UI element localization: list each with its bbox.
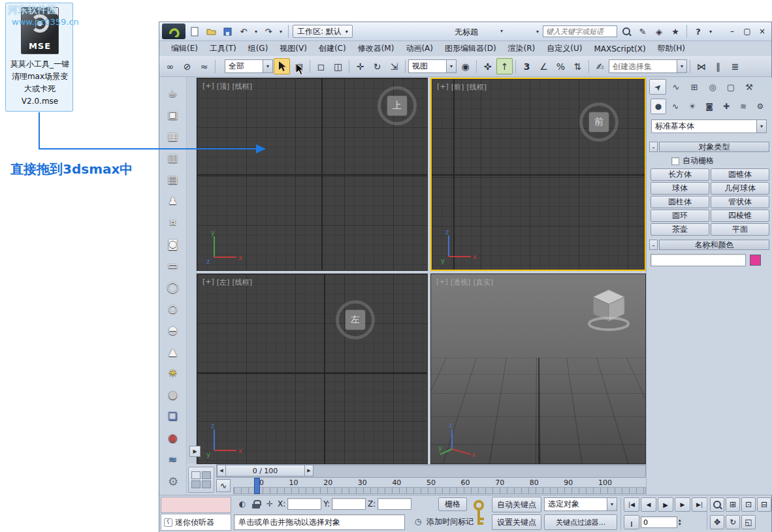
viewport-perspective[interactable]: [+] [透视] [真实] z x y [430, 274, 646, 464]
help-icon[interactable]: ? [691, 25, 705, 38]
open-file-icon[interactable] [204, 25, 218, 38]
box-stack-icon[interactable]: ❏ [165, 408, 181, 424]
subtab-geometry[interactable]: ● [651, 99, 666, 114]
z-coordinate-input[interactable] [378, 498, 411, 510]
viewport-menu-general[interactable]: [+] [202, 277, 214, 287]
viewport-menu-pov[interactable]: [左] [217, 277, 230, 287]
subtab-helpers[interactable]: ✚ [718, 99, 734, 114]
plane-button[interactable]: 平面 [711, 223, 769, 236]
isolate-toggle-icon[interactable]: ◐ [236, 498, 248, 510]
select-and-move-icon[interactable]: ✛ [352, 58, 368, 74]
circle-icon[interactable]: ○ [165, 300, 181, 316]
tab-modify[interactable]: ∿ [667, 79, 684, 95]
maximize-button[interactable]: ▢ [741, 26, 754, 37]
go-to-end-button[interactable]: ▶| [692, 497, 707, 512]
waves-icon[interactable]: ≈ [165, 451, 181, 467]
viewport-menu-pov[interactable]: [前] [451, 82, 464, 92]
undo-icon[interactable]: ↶ [236, 25, 251, 38]
next-frame-button[interactable]: ▶ [675, 497, 690, 512]
dome-icon[interactable]: ◓ [165, 322, 181, 337]
viewport-layout-tabs-button[interactable] [188, 467, 214, 493]
plane-icon[interactable]: ▭ [165, 257, 181, 273]
undo-dropdown-icon[interactable]: ▾ [253, 29, 259, 35]
cone-icon[interactable]: ▲ [165, 343, 181, 359]
previous-frame-arrow-icon[interactable]: ◀ [217, 465, 226, 477]
title-dropdown-icon[interactable]: ▾ [500, 28, 503, 34]
menu-edit[interactable]: 编辑(E) [166, 41, 203, 56]
viewport-menu-shading[interactable]: [线框] [232, 277, 252, 287]
redo-dropdown-icon[interactable]: ▾ [278, 29, 284, 35]
menu-graph-editors[interactable]: 图形编辑器(D) [440, 41, 502, 56]
current-time-input[interactable] [641, 516, 677, 528]
object-name-input[interactable] [651, 254, 746, 266]
material-spheres-icon[interactable]: ◉ [165, 430, 181, 445]
y-coordinate-input[interactable] [332, 498, 366, 510]
collapse-rollout-button[interactable]: - [649, 240, 658, 250]
key-filter-target-dropdown[interactable]: 选定对象 ▾ [544, 497, 617, 511]
help-dropdown-icon[interactable]: ▾ [707, 29, 714, 35]
sphere-icon[interactable]: ● [165, 386, 181, 402]
viewport-front[interactable]: [+] [前] [线框] 前 z x y [430, 78, 646, 271]
capsule-icon[interactable]: ◯ [165, 279, 181, 294]
viewport-menu-pov[interactable]: [透视] [451, 277, 471, 287]
sphere-button[interactable]: 球体 [651, 182, 709, 195]
selection-filter-dropdown[interactable]: 全部 ▾ [225, 59, 273, 73]
named-selection-set-input[interactable] [609, 62, 677, 71]
subtab-systems[interactable]: ⚙ [752, 99, 768, 114]
set-key-button[interactable]: 设置关键点 [492, 514, 541, 530]
keyboard-override-toggle-icon[interactable]: ↑ [496, 58, 513, 74]
macro-recorder-field[interactable] [161, 497, 231, 513]
pyramid-button[interactable]: 四棱锥 [711, 210, 769, 222]
menu-help[interactable]: 帮助(H) [652, 41, 690, 56]
tube-button[interactable]: 管状体 [711, 196, 769, 208]
named-selection-set-dropdown[interactable]: ▾ [609, 59, 687, 73]
autogrid-checkbox[interactable] [671, 157, 679, 165]
light-icon[interactable]: ¤ [165, 214, 181, 230]
character-icon[interactable]: ♟ [165, 193, 181, 208]
pencil-icon[interactable]: ✎ [635, 25, 650, 38]
key-filters-button[interactable]: 关键点过滤器... [544, 514, 617, 530]
pan-icon[interactable]: ✥ [710, 515, 724, 529]
search-icon[interactable] [619, 25, 634, 38]
zoom-region-icon[interactable]: ⊟ [757, 497, 771, 512]
communication-center-icon[interactable]: ◈ [652, 25, 666, 38]
cone-button[interactable]: 圆锥体 [711, 168, 769, 181]
collapse-rollout-button[interactable]: - [649, 142, 658, 152]
viewport-left[interactable]: [+] [左] [线框] 左 z x y [197, 274, 428, 464]
layer-manager-icon[interactable]: ≣ [727, 58, 743, 74]
workspace-dropdown[interactable]: 工作区: 默认 ▾ [293, 25, 353, 38]
primitive-category-dropdown[interactable]: 标准基本体 ▾ [651, 119, 767, 133]
camera-icon[interactable]: ◙ [165, 236, 181, 251]
tab-create[interactable]: ➤ [649, 79, 666, 95]
select-and-rotate-icon[interactable]: ↻ [369, 58, 385, 74]
viewport-menu-general[interactable]: [+] [202, 82, 214, 91]
frame-indicator[interactable]: 0 / 100 [225, 465, 305, 477]
viewport-menu-shading[interactable]: [线框] [466, 82, 487, 92]
tab-motion[interactable]: ◎ [704, 79, 721, 95]
bind-to-space-warp-icon[interactable]: ≈ [196, 58, 212, 74]
viewcube[interactable]: 左 [336, 300, 375, 339]
menu-tools[interactable]: 工具(T) [204, 41, 242, 56]
subtab-cameras[interactable]: ◙ [701, 99, 717, 114]
x-coordinate-input[interactable] [287, 498, 321, 510]
tab-utilities[interactable]: ⚒ [741, 79, 758, 95]
close-button[interactable]: × [756, 26, 769, 37]
menu-customize[interactable]: 自定义(U) [541, 41, 587, 56]
grid-size-button[interactable]: 栅格 [438, 497, 467, 511]
add-time-tag-row[interactable]: ◷ 添加时间标记 [412, 516, 474, 527]
align-icon[interactable]: ∥ [710, 58, 726, 74]
time-slider-handle[interactable]: ◀ 0 / 100 ▶ [217, 465, 314, 477]
select-and-link-icon[interactable]: ∞ [162, 58, 178, 74]
tab-hierarchy[interactable]: ⊞ [686, 79, 703, 95]
percent-snap-icon[interactable]: % [553, 58, 569, 74]
select-object-button[interactable] [274, 58, 290, 74]
sun-icon[interactable]: ☀ [165, 365, 181, 381]
tab-display[interactable]: ▢ [722, 79, 739, 95]
key-mode-toggle-icon[interactable] [624, 515, 639, 529]
object-color-swatch[interactable] [750, 255, 761, 266]
select-and-manipulate-icon[interactable]: ✜ [479, 58, 496, 74]
subtab-spacewarps[interactable]: ≋ [735, 99, 751, 114]
cylinder-button[interactable]: 圆柱体 [651, 196, 709, 208]
geosphere-button[interactable]: 几何球体 [711, 182, 769, 195]
absolute-mode-icon[interactable]: ✛ [264, 498, 276, 510]
